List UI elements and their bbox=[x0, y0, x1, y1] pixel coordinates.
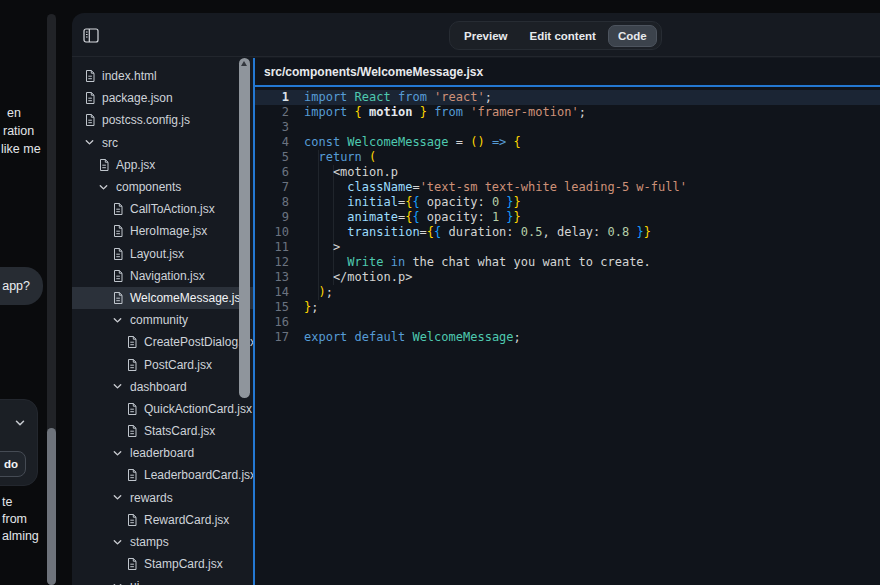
tree-item-label: src bbox=[102, 136, 118, 150]
code-path-bar: src/components/WelcomeMessage.jsx bbox=[255, 58, 880, 87]
code-line-4: 4const WelcomeMessage = () => { bbox=[255, 135, 880, 150]
code-line-6: 6 <motion.p bbox=[255, 165, 880, 180]
chevron-down-icon bbox=[97, 182, 110, 193]
tree-folder-stamps[interactable]: stamps bbox=[72, 531, 253, 553]
chevron-down-icon bbox=[111, 381, 124, 392]
line-number: 12 bbox=[255, 255, 289, 270]
tree-file-navigation-jsx[interactable]: Navigation.jsx bbox=[72, 265, 253, 287]
tree-file-postcard-jsx[interactable]: PostCard.jsx bbox=[72, 353, 253, 375]
code-line-5: 5 return ( bbox=[255, 150, 880, 165]
tree-item-label: CreatePostDialog.jsx bbox=[144, 335, 253, 349]
code-line-11: 11 > bbox=[255, 240, 880, 255]
tree-item-label: Layout.jsx bbox=[130, 247, 184, 261]
tree-item-label: RewardCard.jsx bbox=[144, 513, 229, 527]
code-text: Write in the chat what you want to creat… bbox=[289, 255, 651, 270]
file-tree-scrollbar[interactable] bbox=[239, 58, 250, 585]
tree-file-rewardcard-jsx[interactable]: RewardCard.jsx bbox=[72, 509, 253, 531]
code-editor[interactable]: 1import React from 'react';2import { mot… bbox=[255, 87, 880, 585]
line-number: 1 bbox=[255, 90, 289, 105]
code-line-3: 3 bbox=[255, 120, 880, 135]
code-line-8: 8 initial={{ opacity: 0 }} bbox=[255, 195, 880, 210]
tree-folder-community[interactable]: community bbox=[72, 309, 253, 331]
chevron-down-icon[interactable] bbox=[14, 417, 26, 429]
tab-group: PreviewEdit contentCode bbox=[449, 21, 662, 50]
chevron-down-icon bbox=[111, 492, 124, 503]
tree-file-statscard-jsx[interactable]: StatsCard.jsx bbox=[72, 420, 253, 442]
tree-item-label: components bbox=[116, 180, 181, 194]
file-tree-rows: index.htmlpackage.jsonpostcss.config.jss… bbox=[72, 65, 253, 585]
chat-message-fragment: alming bbox=[2, 529, 39, 543]
chevron-down-icon bbox=[111, 315, 124, 326]
tree-file-createpostdialog-jsx[interactable]: CreatePostDialog.jsx bbox=[72, 331, 253, 353]
indent-guide bbox=[333, 165, 334, 285]
tree-file-leaderboardcard-jsx[interactable]: LeaderboardCard.jsx bbox=[72, 464, 253, 486]
tree-file-welcomemessage-jsx[interactable]: WelcomeMessage.jsx bbox=[72, 287, 253, 309]
line-number: 3 bbox=[255, 120, 289, 135]
tree-file-app-jsx[interactable]: App.jsx bbox=[72, 154, 253, 176]
code-text: }; bbox=[289, 300, 318, 315]
tree-file-postcss-config-js[interactable]: postcss.config.js bbox=[72, 109, 253, 131]
file-icon bbox=[97, 158, 110, 172]
tree-file-stampcard-jsx[interactable]: StampCard.jsx bbox=[72, 553, 253, 575]
tab-edit-content[interactable]: Edit content bbox=[519, 25, 605, 47]
tree-item-label: package.json bbox=[102, 91, 173, 105]
tree-folder-ui[interactable]: ui bbox=[72, 575, 253, 585]
tree-item-label: StampCard.jsx bbox=[144, 557, 223, 571]
code-text: <motion.p bbox=[289, 165, 398, 180]
line-number: 5 bbox=[255, 150, 289, 165]
tab-preview[interactable]: Preview bbox=[454, 25, 517, 47]
chat-message-fragment: from bbox=[2, 512, 27, 526]
line-number: 11 bbox=[255, 240, 289, 255]
line-number: 8 bbox=[255, 195, 289, 210]
code-line-9: 9 animate={{ opacity: 1 }} bbox=[255, 210, 880, 225]
code-text: animate={{ opacity: 1 }} bbox=[289, 210, 521, 225]
tree-file-index-html[interactable]: index.html bbox=[72, 65, 253, 87]
file-icon bbox=[125, 557, 138, 571]
tree-item-label: App.jsx bbox=[116, 158, 155, 172]
tree-file-package-json[interactable]: package.json bbox=[72, 87, 253, 109]
tree-item-label: HeroImage.jsx bbox=[130, 224, 207, 238]
code-line-7: 7 className='text-sm text-white leading-… bbox=[255, 180, 880, 195]
chevron-down-icon bbox=[111, 581, 124, 585]
line-number: 13 bbox=[255, 270, 289, 285]
code-text: const WelcomeMessage = () => { bbox=[289, 135, 521, 150]
sidebar-toggle-icon[interactable] bbox=[82, 26, 100, 44]
line-number: 16 bbox=[255, 315, 289, 330]
file-icon bbox=[111, 269, 124, 283]
tree-folder-components[interactable]: components bbox=[72, 176, 253, 198]
file-icon bbox=[111, 247, 124, 261]
code-line-10: 10 transition={{ duration: 0.5, delay: 0… bbox=[255, 225, 880, 240]
file-tree-scrollbar-thumb[interactable] bbox=[239, 58, 250, 398]
tree-item-label: CallToAction.jsx bbox=[130, 202, 215, 216]
tree-file-quickactioncard-jsx[interactable]: QuickActionCard.jsx bbox=[72, 398, 253, 420]
chat-scrollbar-thumb[interactable] bbox=[47, 428, 56, 585]
workbench-body: index.htmlpackage.jsonpostcss.config.jss… bbox=[72, 58, 880, 585]
workbench-panel: PreviewEdit contentCode index.htmlpackag… bbox=[72, 13, 880, 585]
tree-folder-rewards[interactable]: rewards bbox=[72, 487, 253, 509]
file-icon bbox=[111, 224, 124, 238]
tree-file-calltoaction-jsx[interactable]: CallToAction.jsx bbox=[72, 198, 253, 220]
tree-folder-src[interactable]: src bbox=[72, 132, 253, 154]
chat-version-card: do bbox=[0, 399, 38, 486]
tree-item-label: postcss.config.js bbox=[102, 113, 190, 127]
chat-message-fragment: en bbox=[7, 106, 21, 120]
tree-folder-dashboard[interactable]: dashboard bbox=[72, 376, 253, 398]
tree-folder-leaderboard[interactable]: leaderboard bbox=[72, 442, 253, 464]
tree-file-layout-jsx[interactable]: Layout.jsx bbox=[72, 243, 253, 265]
chat-scrollbar-track[interactable] bbox=[47, 14, 56, 585]
code-text: import { motion } from 'framer-motion'; bbox=[289, 105, 586, 120]
file-icon bbox=[83, 69, 96, 83]
code-text: ); bbox=[289, 285, 333, 300]
tree-file-heroimage-jsx[interactable]: HeroImage.jsx bbox=[72, 220, 253, 242]
file-tree: index.htmlpackage.jsonpostcss.config.jss… bbox=[72, 58, 253, 585]
code-line-13: 13 </motion.p> bbox=[255, 270, 880, 285]
code-line-16: 16 bbox=[255, 315, 880, 330]
tree-item-label: PostCard.jsx bbox=[144, 358, 212, 372]
undo-button[interactable]: do bbox=[0, 451, 26, 477]
file-icon bbox=[125, 513, 138, 527]
code-text: import React from 'react'; bbox=[289, 90, 492, 105]
tree-item-label: rewards bbox=[130, 491, 173, 505]
code-editor-pane: src/components/WelcomeMessage.jsx 1impor… bbox=[253, 58, 880, 585]
tab-code[interactable]: Code bbox=[608, 25, 657, 47]
chat-message-fragment: ration bbox=[3, 124, 34, 138]
